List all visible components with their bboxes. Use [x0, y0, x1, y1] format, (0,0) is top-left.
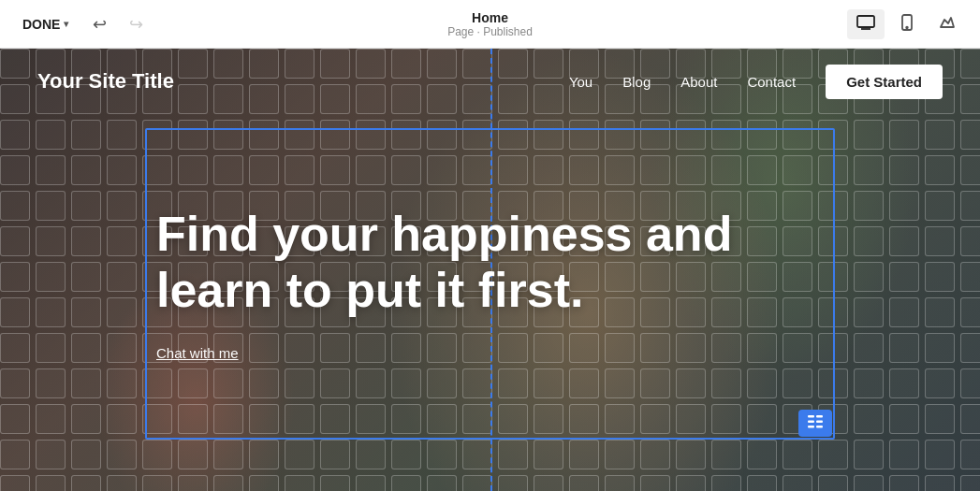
- hero-content-block[interactable]: Find your happiness and learn to put it …: [145, 128, 835, 440]
- done-button[interactable]: DONE ▾: [15, 13, 76, 36]
- toolbar-left: DONE ▾ ↩ ↪: [15, 8, 149, 40]
- grid-cell: [960, 333, 980, 363]
- grid-cell: [498, 475, 528, 491]
- undo-button[interactable]: ↩: [87, 8, 112, 40]
- mobile-view-button[interactable]: [892, 8, 922, 40]
- grid-cell: [249, 440, 279, 469]
- grid-cell: [107, 226, 137, 256]
- grid-cell: [107, 191, 137, 221]
- grid-cell: [818, 440, 848, 469]
- grid-cell: [107, 333, 137, 363]
- grid-cell: [0, 475, 30, 491]
- grid-cell: [213, 475, 243, 491]
- grid-cell: [107, 404, 137, 434]
- grid-cell: [71, 440, 101, 469]
- grid-cell: [534, 440, 563, 469]
- nav-link-about[interactable]: About: [680, 74, 717, 90]
- grid-cell: [498, 440, 528, 469]
- svg-point-4: [906, 26, 908, 28]
- grid-cell: [107, 155, 137, 185]
- grid-cell: [711, 440, 741, 469]
- svg-rect-7: [808, 426, 814, 428]
- svg-rect-10: [816, 426, 823, 428]
- grid-cell: [107, 297, 137, 327]
- grid-cell: [462, 475, 492, 491]
- grid-cell: [0, 368, 30, 398]
- nav-cta-button[interactable]: Get Started: [826, 65, 943, 99]
- grid-cell: [107, 440, 137, 469]
- grid-cell: [925, 297, 955, 327]
- grid-cell: [0, 120, 30, 150]
- page-preview: Your Site Title You Blog About Contact G…: [0, 49, 980, 491]
- grid-cell: [36, 297, 66, 327]
- desktop-view-button[interactable]: [847, 9, 885, 39]
- grid-cell: [36, 191, 66, 221]
- grid-cell: [36, 333, 66, 363]
- grid-cell: [960, 440, 980, 469]
- grid-cell: [960, 297, 980, 327]
- grid-cell: [889, 191, 919, 221]
- grid-cell: [925, 440, 955, 469]
- nav-link-contact[interactable]: Contact: [747, 74, 796, 90]
- grid-cell: [889, 475, 919, 491]
- grid-cell: [818, 475, 848, 491]
- grid-cell: [0, 226, 30, 256]
- grid-cell: [925, 475, 955, 491]
- grid-cell: [854, 120, 884, 150]
- grid-cell: [0, 262, 30, 292]
- nav-link-blog[interactable]: Blog: [622, 74, 651, 90]
- grid-cell: [71, 297, 101, 327]
- grid-cell: [36, 440, 66, 469]
- mobile-icon: [901, 14, 913, 35]
- grid-cell: [605, 475, 635, 491]
- grid-cell: [960, 155, 980, 185]
- redo-button[interactable]: ↪: [124, 8, 149, 40]
- grid-cell: [71, 404, 101, 434]
- grid-cell: [783, 475, 812, 491]
- grid-cell: [0, 297, 30, 327]
- hero-cta-link[interactable]: Chat with me: [156, 345, 824, 361]
- grid-cell: [783, 440, 812, 469]
- grid-cell: [71, 368, 101, 398]
- undo-icon: ↩: [93, 14, 107, 35]
- grid-cell: [107, 475, 137, 491]
- grid-cell: [889, 368, 919, 398]
- grid-cell: [391, 440, 421, 469]
- grid-cell: [356, 440, 386, 469]
- grid-cell: [605, 440, 635, 469]
- hero-headline: Find your happiness and learn to put it …: [156, 207, 824, 319]
- grid-cell: [925, 262, 955, 292]
- grid-cell: [534, 475, 563, 491]
- grid-cell: [854, 404, 884, 434]
- grid-cell: [71, 226, 101, 256]
- nav-link-you[interactable]: You: [569, 74, 592, 90]
- toolbar: DONE ▾ ↩ ↪ Home Page · Published: [0, 0, 980, 49]
- grid-cell: [854, 191, 884, 221]
- grid-cell: [320, 475, 350, 491]
- grid-cell: [71, 120, 101, 150]
- grid-cell: [854, 440, 884, 469]
- design-button[interactable]: [929, 8, 965, 40]
- site-logo[interactable]: Your Site Title: [37, 69, 174, 94]
- grid-cell: [107, 262, 137, 292]
- grid-cell: [569, 475, 599, 491]
- grid-cell: [71, 475, 101, 491]
- grid-cell: [71, 333, 101, 363]
- grid-cell: [960, 475, 980, 491]
- grid-cell: [640, 440, 670, 469]
- grid-cell: [854, 333, 884, 363]
- grid-cell: [427, 440, 457, 469]
- grid-cell: [960, 368, 980, 398]
- svg-rect-5: [808, 415, 814, 418]
- grid-cell: [36, 262, 66, 292]
- grid-cell: [925, 191, 955, 221]
- toolbar-center: Home Page · Published: [447, 10, 533, 38]
- grid-cell: [285, 440, 314, 469]
- grid-cell: [36, 120, 66, 150]
- grid-cell: [925, 120, 955, 150]
- block-handle[interactable]: [798, 410, 832, 437]
- done-label: DONE: [22, 17, 60, 32]
- grid-cell: [36, 155, 66, 185]
- desktop-icon: [856, 15, 875, 34]
- grid-cell: [0, 404, 30, 434]
